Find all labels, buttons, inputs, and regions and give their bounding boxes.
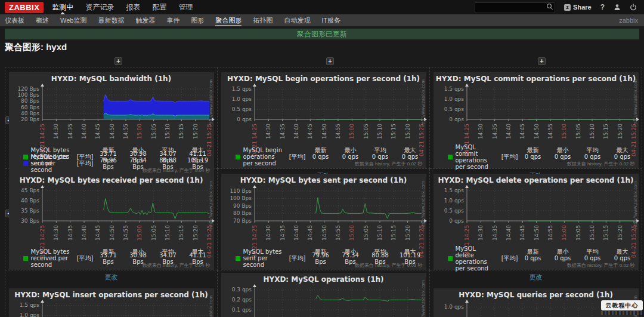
- graph-title: HYXD: MySQL commit operations per second…: [434, 75, 639, 83]
- zabbix-logo[interactable]: ZABBIX: [5, 2, 44, 13]
- svg-text:15:15: 15:15: [391, 124, 397, 139]
- sub-menu-item[interactable]: IT服务: [321, 14, 340, 26]
- svg-text:90 Bps: 90 Bps: [233, 203, 252, 209]
- svg-text:15:00: 15:00: [137, 225, 143, 241]
- add-column-button[interactable]: +: [326, 57, 334, 65]
- watermark-subtext: [601, 311, 643, 315]
- svg-text:15:10: 15:10: [377, 225, 383, 241]
- svg-text:14:45: 14:45: [519, 124, 525, 139]
- legend-value: 0 qps: [395, 153, 425, 160]
- legend-color-swatch: [23, 161, 28, 166]
- legend-color-swatch: [448, 256, 453, 261]
- graph-image[interactable]: HYXD: MySQL begin operations per second …: [221, 72, 426, 168]
- svg-text:0.2 qps: 0.2 qps: [231, 297, 252, 303]
- svg-text:14:30: 14:30: [478, 225, 484, 241]
- add-column-button[interactable]: +: [538, 57, 546, 65]
- graph-image[interactable]: HYXD: MySQL insert operations per second…: [9, 288, 214, 317]
- share-button[interactable]: z Share: [564, 4, 592, 11]
- svg-text:http://www.zabbix.com: http://www.zabbix.com: [209, 296, 213, 317]
- legend-value: 79.96 Bps: [306, 252, 336, 265]
- svg-text:1.0 qps: 1.0 qps: [444, 96, 464, 102]
- svg-text:15:20: 15:20: [404, 124, 410, 139]
- svg-text:14:40: 14:40: [81, 124, 87, 139]
- svg-text:14:45: 14:45: [95, 124, 101, 139]
- svg-text:0 qps: 0 qps: [449, 116, 464, 122]
- search-icon[interactable]: [546, 3, 553, 10]
- legend-item-name: MySQL bytes received per second: [31, 248, 71, 268]
- legend-item-name: MySQL commit operations per second: [456, 144, 496, 170]
- main-menu-item[interactable]: 管理: [178, 0, 193, 14]
- sub-menu-item[interactable]: 仪表板: [5, 14, 24, 26]
- svg-text:http://www.zabbix.com: http://www.zabbix.com: [421, 181, 426, 229]
- graph-image[interactable]: HYXD: MySQL commit operations per second…: [434, 72, 639, 168]
- server-name: zabbix: [619, 17, 644, 24]
- legend-value: 0 qps: [578, 153, 608, 160]
- topbar-controls: z Share ?: [475, 2, 644, 13]
- svg-text:14:55: 14:55: [335, 225, 341, 241]
- graph-legend: 最新最小平均最大MySQL delete operations per seco…: [434, 248, 639, 261]
- svg-text:14:50: 14:50: [321, 225, 327, 241]
- main-menu-item[interactable]: 监测中: [52, 0, 73, 14]
- graph-image[interactable]: HYXD: MySQL delete operations per second…: [434, 174, 639, 270]
- top-bar: ZABBIX 监测中资产记录报表配置管理 z Share ?: [0, 0, 644, 14]
- svg-text:110 Bps: 110 Bps: [230, 188, 252, 194]
- svg-text:15:15: 15:15: [603, 225, 609, 241]
- sub-menu-item[interactable]: Web监测: [60, 14, 86, 26]
- graph-legend: 最新最小平均最大MySQL bytes received per second[…: [9, 147, 214, 167]
- sub-menu-item[interactable]: 自动发现: [284, 14, 310, 26]
- graph-plot: 0 qps0.1 qps0.2 qps0.3 qps04-21 14:2514:…: [221, 285, 426, 317]
- main-menu-item[interactable]: 资产记录: [85, 0, 114, 14]
- svg-text:14:35: 14:35: [279, 124, 285, 139]
- graph-image[interactable]: HYXD: MySQL operations (1h)0 qps0.1 qps0…: [221, 273, 426, 317]
- logout-icon[interactable]: [630, 4, 637, 11]
- legend-function: [平均]: [289, 153, 306, 161]
- legend-color-swatch: [23, 256, 28, 261]
- graph-image[interactable]: HYXD: MySQL bandwidth (1h)20 Bps40 Bps60…: [9, 72, 214, 175]
- screen-cell: HYXD: MySQL bytes received per second (1…: [5, 169, 218, 270]
- svg-text:14:30: 14:30: [265, 124, 271, 139]
- svg-text:15:15: 15:15: [603, 124, 609, 139]
- svg-text:80 Bps: 80 Bps: [233, 210, 252, 216]
- svg-text:15:05: 15:05: [575, 124, 581, 139]
- legend-value: 79.96 Bps: [94, 157, 123, 170]
- svg-text:1.5 qps: 1.5 qps: [444, 86, 464, 92]
- legend-value: 0 qps: [336, 153, 366, 160]
- user-profile-icon[interactable]: [614, 4, 621, 11]
- legend-function: [平均]: [77, 254, 94, 263]
- svg-text:15:05: 15:05: [363, 124, 369, 139]
- main-menu-item[interactable]: 报表: [126, 0, 140, 14]
- sub-menu-item[interactable]: 拓扑图: [253, 14, 273, 26]
- sub-menu-item[interactable]: 图形: [191, 14, 204, 26]
- legend-item-name: MySQL delete operations per second: [456, 245, 496, 272]
- sub-menu-item[interactable]: 聚合图形: [215, 14, 242, 26]
- legend-value: 0 qps: [366, 153, 395, 160]
- svg-text:15:05: 15:05: [575, 225, 581, 241]
- svg-text:0 qps: 0 qps: [237, 116, 252, 122]
- graph-image[interactable]: HYXD: MySQL bytes received per second (1…: [9, 174, 214, 270]
- svg-text:1.0 qps: 1.0 qps: [231, 96, 252, 102]
- graph-legend: 最新最小平均最大MySQL begin operations per secon…: [221, 147, 426, 160]
- legend-value: 0 qps: [548, 153, 578, 160]
- graph-image[interactable]: HYXD: MySQL bytes sent per second (1h)70…: [221, 174, 426, 270]
- svg-text:1.5 qps: 1.5 qps: [19, 302, 39, 308]
- svg-text:14:30: 14:30: [265, 225, 271, 241]
- graph-plot: 0 qps0.5 qps1.0 qps1.5 qps04-21 14:2514:…: [9, 300, 214, 317]
- sub-menu-item[interactable]: 最新数据: [98, 14, 124, 26]
- add-column-button[interactable]: +: [114, 57, 122, 65]
- status-message[interactable]: 聚合图形已更新: [5, 29, 639, 39]
- legend-row: MySQL commit operations per second[平均]0 …: [448, 153, 637, 160]
- sub-menu-item[interactable]: 事件: [166, 14, 179, 26]
- graph-grid: HYXD: MySQL bandwidth (1h)20 Bps40 Bps60…: [5, 67, 642, 317]
- screen-cell: HYXD: MySQL begin operations per second …: [218, 67, 430, 169]
- graph-title: HYXD: MySQL delete operations per second…: [434, 176, 639, 184]
- sub-menu-item[interactable]: 概述: [36, 14, 49, 26]
- sub-menu-item[interactable]: 触发器: [135, 14, 155, 26]
- search-input[interactable]: [475, 2, 555, 13]
- svg-text:14:35: 14:35: [67, 124, 73, 139]
- graph-plot: 20 Bps40 Bps60 Bps80 Bps100 Bps120 Bps04…: [9, 84, 214, 147]
- main-menu-item[interactable]: 配置: [152, 0, 166, 14]
- svg-text:14:45: 14:45: [307, 225, 313, 241]
- svg-text:14:55: 14:55: [547, 124, 553, 139]
- svg-text:14:50: 14:50: [109, 124, 114, 139]
- help-button[interactable]: ?: [600, 3, 605, 11]
